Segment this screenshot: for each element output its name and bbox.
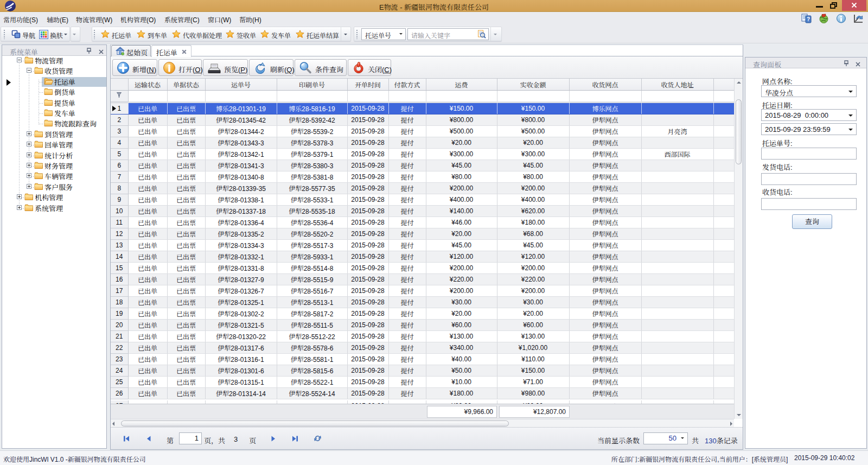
svg-text:?: ? [807,16,810,22]
